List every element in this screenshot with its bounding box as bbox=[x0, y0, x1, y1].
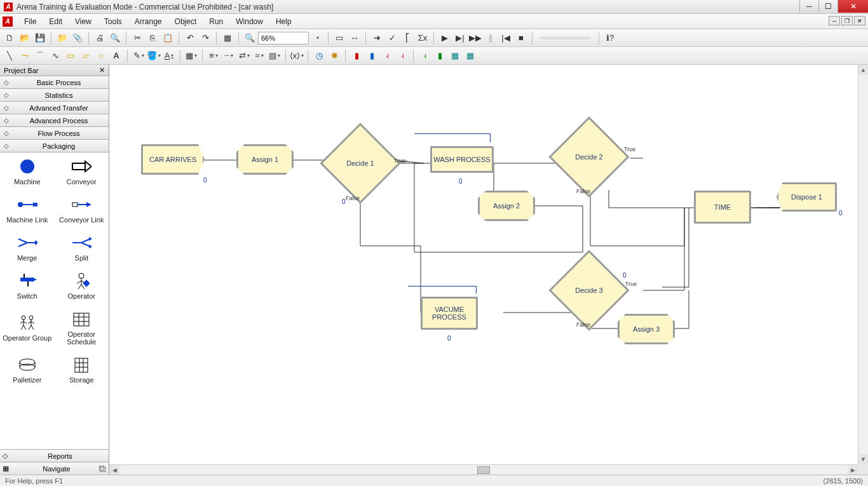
polyline-tool-icon[interactable]: ⤳ bbox=[18, 49, 32, 63]
menu-help[interactable]: Help bbox=[269, 15, 298, 28]
navigate-detach-icon[interactable]: ⿻ bbox=[99, 465, 106, 473]
section-advanced-process[interactable]: ◇Advanced Process bbox=[0, 114, 109, 127]
palette-split[interactable]: Split bbox=[55, 229, 109, 267]
zoom-icon[interactable]: 🔍 bbox=[243, 31, 257, 45]
menu-object[interactable]: Object bbox=[168, 15, 203, 28]
block-vacume-process[interactable]: VACUME PROCESS bbox=[421, 297, 478, 330]
resource-anim-icon[interactable]: ▮ bbox=[433, 49, 447, 63]
menu-run[interactable]: Run bbox=[203, 15, 229, 28]
block-assign-2[interactable]: Assign 2 bbox=[478, 191, 535, 221]
arc-tool-icon[interactable]: ⌒ bbox=[33, 49, 47, 63]
fill-color-icon[interactable]: 🪣 bbox=[147, 49, 161, 63]
menu-edit[interactable]: Edit bbox=[43, 15, 69, 28]
layers-icon[interactable]: ▦ bbox=[220, 31, 234, 45]
line-width-icon[interactable]: ≡ bbox=[207, 49, 220, 63]
block-assign-1[interactable]: Assign 1 bbox=[236, 144, 294, 175]
block-assign-3[interactable]: Assign 3 bbox=[618, 314, 675, 344]
menu-tools[interactable]: Tools bbox=[98, 15, 128, 28]
arrow-style-icon[interactable]: ⇄ bbox=[237, 49, 251, 63]
run-fast-forward-icon[interactable]: ▶▶ bbox=[468, 31, 482, 45]
redo-icon[interactable]: ↷ bbox=[198, 31, 212, 45]
maximize-button[interactable]: ☐ bbox=[818, 0, 837, 13]
run-pause-icon[interactable]: ‖ bbox=[484, 31, 498, 45]
submodel-icon[interactable]: ▭ bbox=[332, 31, 346, 45]
section-packaging[interactable]: ◇Packaging bbox=[0, 140, 109, 152]
mdi-minimize[interactable]: ─ bbox=[829, 16, 840, 25]
block-decide-1[interactable]: Decide 1 bbox=[332, 135, 389, 192]
cut-icon[interactable]: ✂ bbox=[130, 31, 144, 45]
section-navigate[interactable]: ▦Navigate⿻ bbox=[0, 462, 109, 475]
section-statistics[interactable]: ◇Statistics bbox=[0, 89, 109, 102]
fill-pattern-icon[interactable]: ▨ bbox=[268, 49, 281, 63]
line-color-icon[interactable]: ✎ bbox=[132, 49, 146, 63]
menu-file[interactable]: File bbox=[18, 15, 43, 28]
expr-icon[interactable]: ⎡ bbox=[400, 31, 414, 45]
run-play-icon[interactable]: ▶ bbox=[438, 31, 452, 45]
block-car-arrives[interactable]: CAR ARRIVES bbox=[141, 144, 205, 175]
clock-anim-icon[interactable]: ◷ bbox=[312, 49, 326, 63]
run-start-over-icon[interactable]: |◀ bbox=[499, 31, 513, 45]
line-pattern-icon[interactable]: ≈ bbox=[252, 49, 266, 63]
block-decide-2[interactable]: Decide 2 bbox=[560, 128, 618, 186]
block-wash-process[interactable]: WASH PROCESS bbox=[430, 146, 494, 173]
palette-merge[interactable]: Merge bbox=[0, 229, 55, 267]
section-reports[interactable]: ◇Reports bbox=[0, 449, 109, 462]
palette-machine[interactable]: Machine bbox=[0, 152, 55, 191]
palette-conveyor-link[interactable]: Conveyor Link bbox=[55, 191, 109, 229]
save-icon[interactable]: 💾 bbox=[33, 31, 47, 45]
horizontal-scrollbar[interactable]: ◀ ▶ bbox=[109, 464, 858, 475]
context-help-icon[interactable]: ℹ? bbox=[603, 31, 617, 45]
project-bar-close-icon[interactable]: ✕ bbox=[99, 66, 105, 74]
palette-operator-schedule[interactable]: Operator Schedule bbox=[55, 305, 109, 351]
mdi-close[interactable]: ✕ bbox=[854, 16, 865, 25]
var-anim-icon[interactable]: ▮ bbox=[349, 49, 363, 63]
bezier-tool-icon[interactable]: ∿ bbox=[48, 49, 62, 63]
scroll-up-icon[interactable]: ▲ bbox=[858, 65, 868, 75]
station-anim-icon[interactable]: ▦ bbox=[463, 49, 477, 63]
run-stop-icon[interactable]: ■ bbox=[514, 31, 528, 45]
level-anim-icon[interactable]: ▮ bbox=[365, 49, 379, 63]
zoom-select[interactable] bbox=[258, 32, 309, 44]
canvas-viewport[interactable]: CAR ARRIVES 0 Assign 1 Decide 1 True Fal… bbox=[109, 65, 868, 475]
palette-switch[interactable]: Switch bbox=[0, 267, 55, 305]
palette-operator[interactable]: Operator bbox=[55, 267, 109, 305]
template-icon[interactable]: 📁 bbox=[55, 31, 69, 45]
open-icon[interactable]: 📂 bbox=[18, 31, 32, 45]
copy-icon[interactable]: ⎘ bbox=[146, 31, 159, 45]
new-icon[interactable]: 🗋 bbox=[3, 31, 17, 45]
zoom-dropdown[interactable] bbox=[310, 31, 324, 45]
bg-color-icon[interactable]: ▦ bbox=[184, 49, 198, 63]
minimize-button[interactable]: ─ bbox=[799, 0, 818, 13]
palette-machine-link[interactable]: Machine Link bbox=[0, 191, 55, 229]
menu-arrange[interactable]: Arrange bbox=[128, 15, 168, 28]
show-dims-icon[interactable]: ⟨x⟩ bbox=[290, 49, 304, 63]
attach-icon[interactable]: 📎 bbox=[71, 31, 85, 45]
date-anim-icon[interactable]: ✺ bbox=[327, 49, 341, 63]
vertical-scrollbar[interactable]: ▲ ▼ bbox=[858, 65, 868, 464]
scroll-right-icon[interactable]: ▶ bbox=[848, 465, 858, 475]
histogram-anim-icon[interactable]: ⫞ bbox=[380, 49, 394, 63]
check-icon[interactable]: ✓ bbox=[385, 31, 399, 45]
section-basic-process[interactable]: ◇Basic Process bbox=[0, 76, 109, 89]
block-dispose-1[interactable]: Dispose 1 bbox=[776, 182, 837, 212]
palette-storage[interactable]: Storage bbox=[55, 351, 109, 389]
go-icon[interactable]: ➜ bbox=[370, 31, 384, 45]
line-style-icon[interactable]: ┈ bbox=[222, 49, 236, 63]
palette-palletizer[interactable]: Palletizer bbox=[0, 351, 55, 389]
text-tool-icon[interactable]: A bbox=[109, 49, 123, 63]
section-advanced-transfer[interactable]: ◇Advanced Transfer bbox=[0, 102, 109, 114]
print-icon[interactable]: 🖨 bbox=[93, 31, 107, 45]
menu-window[interactable]: Window bbox=[229, 15, 269, 28]
sigma-icon[interactable]: Σx bbox=[416, 31, 430, 45]
menu-view[interactable]: View bbox=[69, 15, 98, 28]
run-step-end-icon[interactable]: ▶| bbox=[453, 31, 467, 45]
box-tool-icon[interactable]: ▭ bbox=[64, 49, 78, 63]
scroll-left-icon[interactable]: ◀ bbox=[109, 465, 119, 475]
mdi-restore[interactable]: ❐ bbox=[841, 16, 853, 25]
connect-icon[interactable]: ↔ bbox=[348, 31, 362, 45]
block-decide-3[interactable]: Decide 3 bbox=[560, 262, 618, 319]
text-color-icon[interactable]: A bbox=[162, 49, 176, 63]
speed-slider[interactable] bbox=[540, 37, 591, 39]
undo-icon[interactable]: ↶ bbox=[183, 31, 197, 45]
ellipse-tool-icon[interactable]: ○ bbox=[94, 49, 108, 63]
